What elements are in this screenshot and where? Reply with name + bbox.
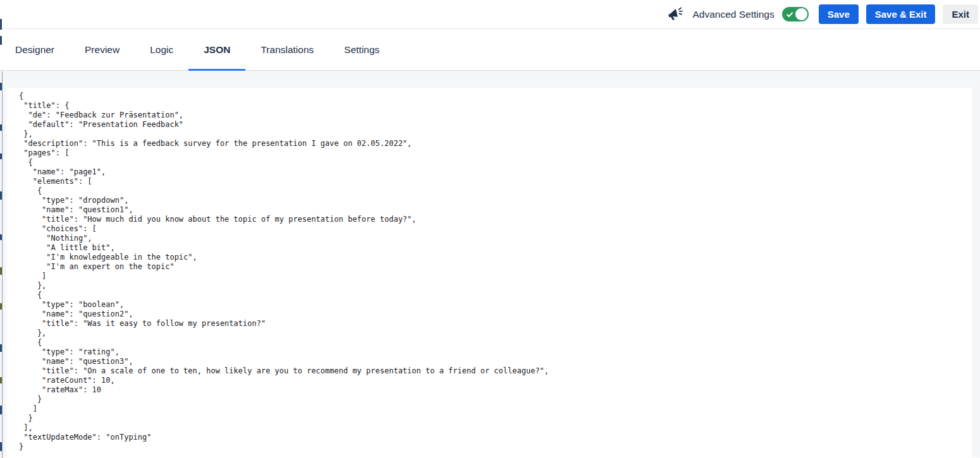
tab-logic[interactable]: Logic [135,29,188,70]
top-bar: Advanced Settings Save Save & Exit Exit [0,0,980,29]
tab-bar: Designer Preview Logic JSON Translations… [0,29,980,71]
exit-button[interactable]: Exit [943,4,978,24]
tab-preview[interactable]: Preview [70,29,135,70]
tab-designer[interactable]: Designer [0,29,70,70]
save-button[interactable]: Save [819,4,859,24]
page: Advanced Settings Save Save & Exit Exit … [0,0,980,457]
json-tab-content: { "title": { "de": "Feedback zur Präsent… [0,71,980,457]
save-and-exit-button[interactable]: Save & Exit [866,4,936,24]
advanced-settings-label: Advanced Settings [692,9,774,20]
tab-translations[interactable]: Translations [245,29,329,70]
toggle-knob [795,8,807,20]
json-code[interactable]: { "title": { "de": "Feedback zur Präsent… [19,92,965,452]
tab-json[interactable]: JSON [188,29,245,70]
check-icon [786,11,793,18]
megaphone-icon[interactable] [666,5,685,24]
json-editor[interactable]: { "title": { "de": "Feedback zur Präsent… [6,88,972,457]
advanced-settings-toggle[interactable] [782,7,809,21]
tab-settings[interactable]: Settings [329,29,395,70]
